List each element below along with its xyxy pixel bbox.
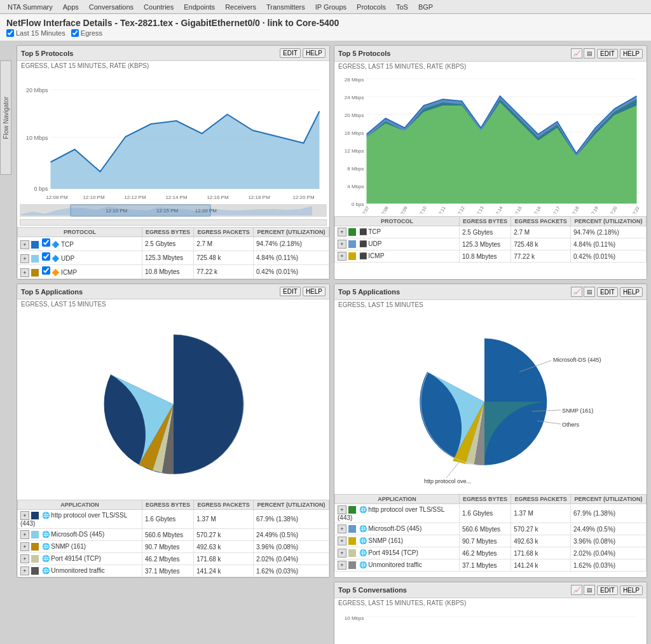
nav-countries[interactable]: Countries: [139, 2, 179, 12]
port-color-l: [31, 555, 39, 563]
bottom-conversations-buttons: 📈 ▤ EDIT HELP: [571, 585, 643, 595]
tcp-color: [31, 241, 39, 249]
horizontal-scrollbar[interactable]: [20, 219, 327, 226]
expand-tcp[interactable]: +: [20, 240, 29, 249]
page-title: NetFlow Interface Details - Tex-2821.tex…: [6, 18, 645, 28]
tcp-r-icon: ⬛: [359, 228, 367, 235]
unmon-icon-l: 🌐: [42, 567, 50, 574]
nav-protocols[interactable]: Protocols: [352, 2, 391, 12]
col-header-app-r: APPLICATION: [335, 495, 460, 504]
col-header-egress-packets: EGRESS PACKETS: [194, 228, 254, 237]
nav-apps[interactable]: Apps: [58, 2, 84, 12]
msds-packets-r: 570.27 k: [511, 523, 571, 535]
bottom-right-help-button[interactable]: HELP: [620, 287, 643, 297]
svg-text:0 bps: 0 bps: [352, 202, 364, 207]
bottom-left-help-button[interactable]: HELP: [303, 287, 326, 296]
expand-unmon-r[interactable]: +: [338, 561, 346, 570]
protocol-tcp-cell: + 🔷 TCP: [18, 237, 142, 251]
msds-percent-r: 24.49% (0.5%): [571, 523, 647, 535]
minimap-area[interactable]: 12:10 PM 12:15 PM 12:20 PM: [20, 203, 327, 218]
http-bytes-l: 1.6 Gbytes: [142, 510, 194, 529]
top-left-chart-svg: 20 Mbps 10 Mbps 0 bps 12:08 PM 12:10 PM …: [20, 73, 327, 200]
conversations-edit-button[interactable]: EDIT: [597, 586, 618, 595]
chart-bar-icon-r[interactable]: ▤: [584, 287, 595, 297]
msds-color-r: [348, 525, 356, 533]
udp-checkbox[interactable]: [42, 252, 50, 261]
flow-navigator[interactable]: Flow Navigator: [0, 60, 11, 175]
svg-text:http protocol ove...: http protocol ove...: [424, 478, 471, 484]
bottom-right-edit-button[interactable]: EDIT: [597, 287, 618, 297]
expand-icmp-r[interactable]: +: [338, 252, 346, 261]
svg-line-57: [446, 462, 459, 478]
snmp-packets-l: 492.63 k: [194, 541, 254, 553]
expand-unmon-l[interactable]: +: [20, 566, 29, 575]
col-header-ebytes-l: EGRESS BYTES: [142, 500, 194, 510]
top-right-edit-button[interactable]: EDIT: [597, 49, 618, 58]
expand-http-r[interactable]: +: [338, 505, 346, 514]
unmon-bytes-l: 37.1 Mbytes: [142, 565, 194, 577]
icmp-checkbox[interactable]: [42, 266, 50, 275]
nav-transmitters[interactable]: Transmitters: [261, 2, 310, 12]
snmp-icon-r: 🌐: [359, 537, 367, 544]
table-row: + 🌐 http protocol over TLS/SSL (443) 1.6…: [18, 510, 329, 529]
chart-line-icon-r[interactable]: 📈: [571, 287, 582, 297]
top-right-help-button[interactable]: HELP: [620, 49, 643, 58]
chart-bar-icon[interactable]: ▤: [584, 48, 595, 58]
table-row: + ⬛ ICMP 10.8 Mbytes 77.22 k 0.42% (0.01…: [335, 250, 647, 263]
chart-line-icon[interactable]: 📈: [571, 48, 582, 58]
expand-tcp-r[interactable]: +: [338, 228, 346, 236]
udp-percent: 4.84% (0.11%): [254, 251, 329, 265]
expand-port-r[interactable]: +: [338, 549, 346, 558]
http-color-r: [348, 506, 356, 514]
conversations-help-button[interactable]: HELP: [620, 586, 643, 595]
icmp-packets: 77.22 k: [194, 265, 254, 279]
svg-text:12:10: 12:10: [418, 205, 427, 214]
svg-text:28 Mbps: 28 Mbps: [345, 77, 364, 83]
top-left-help-button[interactable]: HELP: [303, 48, 326, 58]
nav-nta-summary[interactable]: NTA Summary: [3, 2, 58, 12]
svg-text:8 Mbps: 8 Mbps: [347, 166, 364, 172]
table-row: + 🌐 Microsoft-DS (445) 560.6 Mbytes 570.…: [335, 523, 647, 535]
tcp-r-percent: 94.74% (2.18%): [571, 226, 647, 238]
svg-text:12:14 PM: 12:14 PM: [165, 195, 188, 200]
bottom-conversations-header: Top 5 Conversations 📈 ▤ EDIT HELP: [334, 582, 647, 598]
protocol-udp-r-cell: + ⬛ UDP: [335, 238, 460, 250]
table-row: + 🌐 SNMP (161) 90.7 Mbytes 492.63 k 3.96…: [18, 541, 329, 553]
icmp-percent: 0.42% (0.01%): [254, 265, 329, 279]
nav-endpoints[interactable]: Endpoints: [179, 2, 220, 12]
msds-packets-l: 570.27 k: [194, 529, 254, 541]
nav-conversations[interactable]: Conversations: [84, 2, 139, 12]
svg-text:20 Mbps: 20 Mbps: [345, 113, 364, 118]
col-header-protocol: PROTOCOL: [18, 228, 142, 237]
expand-snmp-l[interactable]: +: [20, 542, 29, 551]
expand-msds-r[interactable]: +: [338, 524, 346, 533]
nav-tos[interactable]: ToS: [391, 2, 413, 12]
expand-snmp-r[interactable]: +: [338, 537, 346, 545]
tcp-checkbox[interactable]: [42, 238, 50, 247]
expand-icmp[interactable]: +: [20, 268, 29, 277]
egress-checkbox[interactable]: [71, 29, 79, 37]
svg-text:Microsoft-DS (445): Microsoft-DS (445): [553, 357, 601, 363]
time-checkbox[interactable]: [6, 29, 14, 37]
expand-udp[interactable]: +: [20, 254, 29, 263]
nav-bgp[interactable]: BGP: [413, 2, 438, 12]
unmon-color-r: [348, 561, 356, 569]
time-checkbox-label[interactable]: Last 15 Minutes: [6, 29, 65, 37]
top-left-edit-button[interactable]: EDIT: [280, 48, 301, 58]
chart-bar-icon-conv[interactable]: ▤: [584, 585, 595, 595]
nav-receivers[interactable]: Receivers: [220, 2, 261, 12]
protocol-icmp-r-cell: + ⬛ ICMP: [335, 250, 460, 263]
http-icon-l: 🌐: [42, 512, 50, 519]
expand-msds-l[interactable]: +: [20, 530, 29, 539]
expand-port-l[interactable]: +: [20, 554, 29, 563]
expand-udp-r[interactable]: +: [338, 240, 346, 249]
protocol-tcp-r-cell: + ⬛ TCP: [335, 226, 460, 238]
top-right-protocols-header: Top 5 Protocols 📈 ▤ EDIT HELP: [334, 46, 647, 62]
nav-ip-groups[interactable]: IP Groups: [310, 2, 352, 12]
chart-line-icon-conv[interactable]: 📈: [571, 585, 582, 595]
bottom-left-edit-button[interactable]: EDIT: [280, 287, 301, 296]
egress-checkbox-label[interactable]: Egress: [71, 29, 102, 37]
expand-http-l[interactable]: +: [20, 511, 29, 520]
svg-text:12:12 PM: 12:12 PM: [124, 195, 146, 200]
top-left-protocols-header: Top 5 Protocols EDIT HELP: [17, 46, 329, 61]
